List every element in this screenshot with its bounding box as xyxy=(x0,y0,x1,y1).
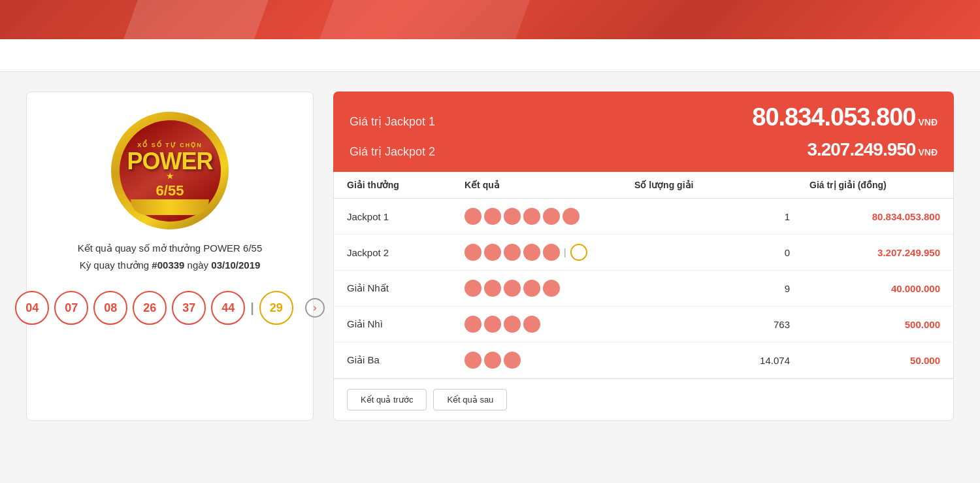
row-label-jackpot1: Jackpot 1 xyxy=(347,211,465,222)
row-prize-jackpot2: 3.207.249.950 xyxy=(809,247,940,258)
balls-container: 04 07 08 26 37 44 | 29 › xyxy=(15,291,325,325)
table-row: Giải Ba 14.074 50.000 xyxy=(334,342,953,378)
logo-inner: XỔ SỐ TỰ CHỌN POWER ★ 6/55 xyxy=(120,120,221,222)
sb xyxy=(504,244,521,261)
header-prize: Giải thưởng xyxy=(347,180,465,190)
sb xyxy=(504,352,521,369)
sb xyxy=(523,244,540,261)
jackpot2-value: 3.207.249.950 xyxy=(807,139,915,160)
sb xyxy=(504,208,521,225)
jackpot-banner: Giá trị Jackpot 1 80.834.053.800 VNĐ Giá… xyxy=(333,92,954,172)
left-panel: XỔ SỐ TỰ CHỌN POWER ★ 6/55 Kết quả quay … xyxy=(26,92,314,421)
row-label-nhat: Giải Nhất xyxy=(347,282,465,294)
row-count-nhat: 9 xyxy=(634,283,809,294)
ball-3: 08 xyxy=(93,291,127,325)
row-balls-nhi xyxy=(465,316,634,333)
sb xyxy=(484,244,501,261)
sb xyxy=(504,280,521,297)
row-prize-nhat: 40.000.000 xyxy=(809,283,940,294)
power-ball: 29 xyxy=(259,291,293,325)
jackpot2-row: Giá trị Jackpot 2 3.207.249.950 VNĐ xyxy=(350,139,938,160)
logo-numbers: 6/55 xyxy=(156,182,184,199)
row-balls-nhat xyxy=(465,280,634,297)
ball-1: 04 xyxy=(15,291,49,325)
table-row: Giải Nhì 763 500.000 xyxy=(334,307,953,342)
main-content: XỔ SỐ TỰ CHỌN POWER ★ 6/55 Kết quả quay … xyxy=(0,72,980,441)
table-row: Giải Nhất 9 40.000.000 xyxy=(334,271,953,307)
jackpot1-row: Giá trị Jackpot 1 80.834.053.800 VNĐ xyxy=(350,103,938,131)
next-result-button[interactable]: Kết quả sau xyxy=(433,389,507,410)
row-prize-jackpot1: 80.834.053.800 xyxy=(809,211,940,222)
round-number: #00339 xyxy=(152,259,184,271)
sb xyxy=(543,244,560,261)
ball-6: 44 xyxy=(211,291,245,325)
row-prize-ba: 50.000 xyxy=(809,355,940,366)
sb xyxy=(465,244,482,261)
ball-divider: | xyxy=(250,301,254,316)
logo-outer-ring: XỔ SỐ TỰ CHỌN POWER ★ 6/55 xyxy=(111,112,229,229)
row-label-nhi: Giải Nhì xyxy=(347,318,465,330)
header-value: Giá trị giải (đồng) xyxy=(809,180,940,190)
right-panel: Giá trị Jackpot 1 80.834.053.800 VNĐ Giá… xyxy=(333,92,954,421)
next-arrow-button[interactable]: › xyxy=(305,298,325,318)
sb xyxy=(484,208,501,225)
row-balls-jackpot1 xyxy=(465,208,634,225)
lottery-title: Kết quả quay số mở thưởng POWER 6/55 xyxy=(78,242,263,254)
header-banner xyxy=(0,0,980,39)
lottery-logo: XỔ SỐ TỰ CHỌN POWER ★ 6/55 xyxy=(111,112,229,229)
sb xyxy=(523,280,540,297)
ball-divider: | xyxy=(564,247,566,258)
jackpot2-label: Giá trị Jackpot 2 xyxy=(350,144,435,159)
sb xyxy=(523,208,540,225)
power-ball-indicator xyxy=(570,244,587,261)
sb xyxy=(465,316,482,333)
table-row: Jackpot 1 1 80.834.053.800 xyxy=(334,199,953,235)
sb xyxy=(484,316,501,333)
table-row: Jackpot 2 | 0 3.207.249.950 xyxy=(334,235,953,271)
row-label-ba: Giải Ba xyxy=(347,354,465,366)
ball-4: 26 xyxy=(133,291,167,325)
round-label: Kỳ quay thưởng xyxy=(80,259,150,271)
row-prize-nhi: 500.000 xyxy=(809,319,940,330)
jackpot1-value: 80.834.053.800 xyxy=(752,103,915,131)
header-result: Kết quả xyxy=(465,180,634,190)
sb xyxy=(543,208,560,225)
sb xyxy=(504,316,521,333)
jackpot2-value-container: 3.207.249.950 VNĐ xyxy=(807,139,938,160)
row-count-nhi: 763 xyxy=(634,319,809,330)
jackpot1-currency: VNĐ xyxy=(918,117,938,127)
bottom-actions: Kết quả trước Kết quả sau xyxy=(334,378,953,420)
sb xyxy=(484,352,501,369)
jackpot1-label: Giá trị Jackpot 1 xyxy=(350,114,435,129)
prev-result-button[interactable]: Kết quả trước xyxy=(347,389,427,410)
row-balls-jackpot2: | xyxy=(465,244,634,261)
row-label-jackpot2: Jackpot 2 xyxy=(347,247,465,258)
ball-2: 07 xyxy=(54,291,88,325)
row-count-ba: 14.074 xyxy=(634,355,809,366)
sb xyxy=(563,208,580,225)
results-table: Giải thưởng Kết quả Số lượng giải Giá tr… xyxy=(333,172,954,421)
row-count-jackpot2: 0 xyxy=(634,247,809,258)
round-date-prefix: ngày xyxy=(188,259,209,271)
round-date: 03/10/2019 xyxy=(211,259,260,271)
sb xyxy=(465,280,482,297)
ball-5: 37 xyxy=(172,291,206,325)
sb xyxy=(465,208,482,225)
jackpot2-currency: VNĐ xyxy=(918,147,938,158)
jackpot1-value-container: 80.834.053.800 VNĐ xyxy=(752,103,938,131)
sb xyxy=(484,280,501,297)
row-balls-ba xyxy=(465,352,634,369)
sb xyxy=(465,352,482,369)
nav-bar xyxy=(0,39,980,72)
lottery-round: Kỳ quay thưởng #00339 ngày 03/10/2019 xyxy=(80,259,261,271)
table-header: Giải thưởng Kết quả Số lượng giải Giá tr… xyxy=(334,172,953,199)
sb xyxy=(543,280,560,297)
row-count-jackpot1: 1 xyxy=(634,211,809,222)
header-count: Số lượng giải xyxy=(634,180,809,190)
logo-power-text: POWER xyxy=(127,150,212,173)
sb xyxy=(523,316,540,333)
